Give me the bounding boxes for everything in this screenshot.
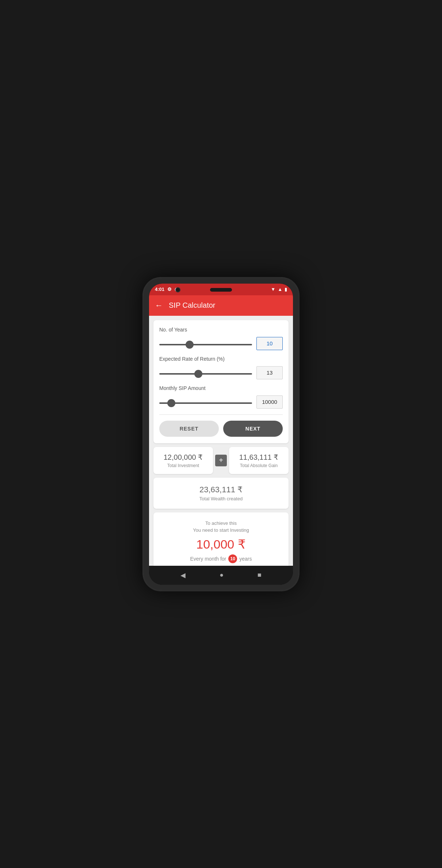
nav-home-button[interactable]: ●	[220, 571, 224, 579]
next-button[interactable]: NEXT	[223, 421, 283, 437]
calculator-card: No. of Years 10 Expected Rate of Return …	[153, 320, 289, 443]
battery-icon: ▮	[285, 287, 287, 292]
settings-icon: ⚙	[167, 287, 172, 292]
nav-bar: ◀ ● ■	[149, 566, 293, 585]
years-value-box[interactable]: 10	[256, 337, 283, 350]
buttons-row: RESET NEXT	[159, 421, 283, 437]
years-slider[interactable]	[159, 344, 252, 345]
gain-label: Total Absolute Gain	[240, 463, 278, 468]
nav-recents-button[interactable]: ■	[258, 571, 262, 579]
years-slider-container	[159, 340, 252, 347]
back-button[interactable]: ←	[155, 301, 163, 310]
years-row: 10	[159, 337, 283, 350]
nav-back-button[interactable]: ◀	[180, 571, 186, 579]
investment-label: Total Investment	[167, 463, 199, 468]
sip-slider-container	[159, 399, 252, 405]
gain-card: 11,63,111 ₹ Total Absolute Gain	[229, 447, 289, 474]
wifi-icon: ▼	[271, 287, 275, 292]
rate-value-box[interactable]: 13	[256, 366, 283, 379]
phone-camera	[175, 287, 180, 292]
years-label: No. of Years	[159, 327, 283, 333]
wealth-label: Total Wealth created	[199, 496, 243, 501]
reset-button[interactable]: RESET	[159, 421, 219, 437]
wealth-amount: 23,63,111 ₹	[199, 485, 243, 494]
investment-card: 12,00,000 ₹ Total Investment	[153, 447, 213, 474]
gain-amount: 11,63,111 ₹	[239, 453, 279, 462]
divider	[159, 414, 283, 415]
achieve-amount: 10,000 ₹	[196, 537, 245, 551]
sip-slider[interactable]	[159, 402, 252, 404]
achieve-text: To achieve this You need to start Invest…	[193, 520, 249, 534]
rate-label: Expected Rate of Return (%)	[159, 356, 283, 362]
phone-speaker	[210, 288, 232, 292]
rate-slider[interactable]	[159, 373, 252, 375]
investment-amount: 12,00,000 ₹	[164, 453, 203, 462]
results-row: 12,00,000 ₹ Total Investment + 11,63,111…	[153, 447, 289, 474]
rate-slider-container	[159, 369, 252, 376]
app-title: SIP Calculator	[169, 301, 215, 310]
app-bar: ← SIP Calculator	[149, 295, 293, 316]
years-badge: 10	[228, 554, 237, 563]
achieve-footer: Every month for 10 years	[190, 554, 252, 563]
sip-value-box[interactable]: 10000	[256, 395, 283, 409]
plus-icon: +	[215, 455, 227, 466]
main-content: No. of Years 10 Expected Rate of Return …	[149, 316, 293, 566]
wealth-card: 23,63,111 ₹ Total Wealth created	[153, 478, 289, 509]
plus-connector: +	[213, 447, 229, 474]
status-time: 4:01	[155, 287, 164, 292]
rate-row: 13	[159, 366, 283, 379]
sip-label: Monthly SIP Amount	[159, 385, 283, 391]
sip-row: 10000	[159, 395, 283, 409]
achieve-card: To achieve this You need to start Invest…	[153, 512, 289, 566]
signal-icon: ▲	[278, 287, 282, 292]
